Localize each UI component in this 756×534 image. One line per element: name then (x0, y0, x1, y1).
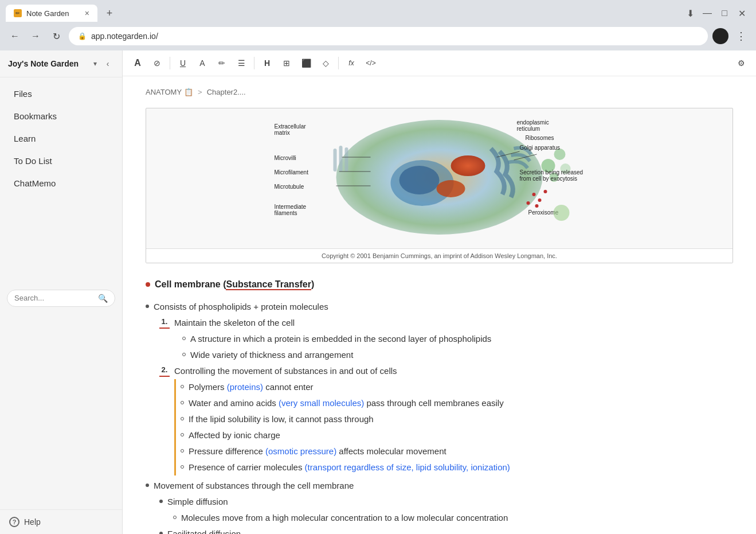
svg-text:reticulum: reticulum (517, 126, 540, 132)
edit-tool-button[interactable]: ✏ (213, 54, 231, 72)
download-icon: ⬇ (687, 8, 694, 19)
address-bar[interactable]: 🔒 app.notegarden.io/ (69, 27, 708, 45)
hollow-bullet-dot (181, 465, 184, 469)
content-area: A ⊘ U A ✏ ☰ H ⊞ ⬛ ◇ fx </> ⚙ ANATOMY 📋 (123, 50, 756, 534)
smart-icon: ⊘ (154, 59, 160, 68)
svg-text:filaments: filaments (275, 210, 297, 216)
bullet-text: Affected by ionic charge (189, 428, 280, 442)
learn-label: Learn (14, 134, 36, 143)
svg-rect-11 (345, 147, 348, 171)
highlight-tool-button[interactable]: A (193, 54, 211, 72)
hollow-bullet-dot (181, 433, 184, 436)
list-tool-button[interactable]: ☰ (232, 54, 250, 72)
svg-text:Golgi apparatus: Golgi apparatus (520, 145, 561, 151)
underline-tool-button[interactable]: U (174, 54, 192, 72)
highlight-text: (proteins) (227, 382, 263, 392)
sidebar-item-bookmarks[interactable]: Bookmarks (3, 106, 119, 127)
svg-text:Microvilli: Microvilli (275, 155, 296, 161)
svg-rect-10 (339, 146, 343, 171)
forward-button[interactable]: → (28, 28, 44, 44)
main-content[interactable]: ANATOMY 📋 > Chapter2.... (123, 76, 756, 534)
svg-point-15 (527, 201, 530, 205)
font-icon: A (134, 58, 141, 68)
hollow-bullet-dot (181, 449, 184, 453)
hollow-bullet-dot (182, 337, 186, 340)
svg-point-36 (554, 205, 570, 221)
hollow-bullet-dot (181, 401, 184, 404)
svg-text:Secretion being released: Secretion being released (520, 169, 583, 176)
table-icon: ⊞ (283, 59, 290, 68)
user-avatar[interactable] (712, 28, 728, 44)
list-item: Water and amino acids (very small molecu… (181, 395, 733, 411)
settings-button[interactable]: ⚙ (732, 54, 750, 72)
image-icon: ⬛ (301, 59, 311, 68)
help-icon: ? (9, 517, 19, 527)
tab-title: Note Garden (26, 9, 80, 18)
bullet-dot (146, 484, 149, 487)
bullet-text: Molecules move from a high molecular con… (181, 511, 508, 525)
help-label: Help (24, 517, 41, 527)
code-tool-button[interactable]: </> (362, 54, 380, 72)
edit-icon: ✏ (218, 59, 225, 68)
toolbar-separator-2 (254, 57, 254, 69)
refresh-button[interactable]: ↻ (48, 28, 64, 44)
smart-tool-button[interactable]: ⊘ (148, 54, 166, 72)
sidebar-item-todo[interactable]: To Do List (3, 150, 119, 171)
close-button[interactable]: ✕ (738, 9, 746, 17)
sidebar: Joy's Note Garden ▾ ‹ Files Bookmarks Le… (0, 50, 123, 534)
breadcrumb-separator: > (198, 88, 202, 96)
hollow-bullet-dot (181, 417, 184, 420)
highlight-text: (very small molecules) (279, 398, 364, 408)
image-tool-button[interactable]: ⬛ (297, 54, 315, 72)
browser-tab[interactable]: ✏ Note Garden × (6, 5, 97, 22)
back-button[interactable]: ← (7, 28, 23, 44)
maximize-button[interactable]: □ (720, 9, 728, 17)
formula-tool-button[interactable]: fx (342, 54, 361, 72)
list-item: If the lipid solubility is low, it canno… (181, 411, 733, 427)
new-tab-button[interactable]: + (102, 6, 117, 21)
toolbar-separator-3 (338, 57, 339, 69)
help-button[interactable]: ? Help (9, 517, 113, 527)
search-input[interactable] (14, 294, 95, 302)
sidebar-search: 🔍 (0, 284, 122, 313)
dropdown-icon[interactable]: ▾ (93, 60, 97, 68)
sidebar-item-files[interactable]: Files (3, 83, 119, 104)
minimize-button[interactable]: — (703, 9, 711, 17)
hollow-bullet-dot (181, 385, 184, 388)
breadcrumb-current: Chapter2.... (207, 88, 246, 96)
cell-diagram-svg: Extracellular matrix Microvilli Microfil… (152, 114, 727, 240)
cell-diagram-image: Extracellular matrix Microvilli Microfil… (146, 108, 733, 263)
bullet-text: Movement of substances through the cell … (154, 479, 354, 493)
shape-tool-button[interactable]: ◇ (316, 54, 335, 72)
svg-text:Extracellular: Extracellular (275, 123, 307, 130)
sidebar-item-learn[interactable]: Learn (3, 128, 119, 149)
bullet-text: Wide variety of thickness and arrangemen… (190, 348, 353, 362)
hollow-bullet-dot (182, 353, 186, 356)
sidebar-item-chatmemo[interactable]: ChatMemo (3, 173, 119, 194)
list-item: Consists of phospholipids + protein mole… (146, 299, 733, 315)
collapse-sidebar-button[interactable]: ‹ (101, 57, 114, 70)
bullet-text: Consists of phospholipids + protein mole… (154, 300, 328, 314)
list-item: Molecules move from a high molecular con… (146, 510, 733, 526)
bullet-text: Water and amino acids (very small molecu… (189, 396, 504, 410)
numbered-badge: 2. (159, 364, 170, 377)
toolbar-separator-1 (170, 57, 170, 69)
bookmarks-label: Bookmarks (14, 111, 57, 121)
breadcrumb-parent[interactable]: ANATOMY 📋 (146, 88, 193, 96)
tab-close-button[interactable]: × (85, 9, 89, 18)
section-heading-text: Cell membrane (Substance Transfer) (155, 277, 314, 292)
bullet-dot (146, 305, 149, 308)
heading-tool-button[interactable]: H (258, 54, 276, 72)
search-box[interactable]: 🔍 (7, 290, 115, 307)
heading-icon: H (264, 59, 270, 68)
table-tool-button[interactable]: ⊞ (277, 54, 296, 72)
font-tool-button[interactable]: A (128, 54, 147, 72)
svg-point-3 (451, 155, 485, 176)
list-item: 1. Maintain the skeleton of the cell (146, 315, 733, 331)
browser-menu-button[interactable]: ⋮ (733, 28, 749, 44)
svg-text:from cell by exocytosis: from cell by exocytosis (520, 176, 578, 182)
tab-favicon: ✏ (14, 9, 22, 17)
underline-icon: U (180, 59, 186, 68)
numbered-text: Controlling the movement of substances i… (174, 364, 397, 378)
garden-title: Joy's Note Garden (8, 59, 89, 68)
